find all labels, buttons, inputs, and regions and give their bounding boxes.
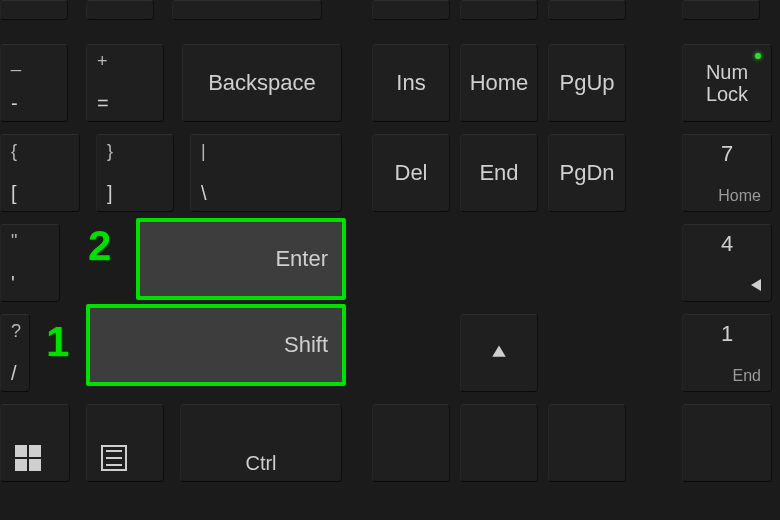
bottom-key-3[interactable] — [548, 404, 626, 482]
keyboard-surface: _ - + = Backspace Ins Home PgUp Num Lock… — [0, 0, 780, 520]
minus-lower: - — [11, 92, 18, 115]
end-label: End — [479, 160, 518, 186]
key-fn-frag-7[interactable] — [682, 0, 760, 20]
quote-key[interactable]: " ' — [0, 224, 60, 302]
numpad-4-sub-icon — [751, 277, 761, 295]
windows-logo-icon — [15, 445, 41, 471]
windows-key[interactable] — [0, 404, 70, 482]
numpad-1-key[interactable]: 1 End — [682, 314, 772, 392]
numpad-7-key[interactable]: 7 Home — [682, 134, 772, 212]
bottom-key-2[interactable] — [460, 404, 538, 482]
lbracket-lower: [ — [11, 182, 17, 205]
equals-upper: + — [97, 51, 108, 72]
minus-upper: _ — [11, 51, 21, 72]
numpad-1-sub: End — [733, 367, 761, 385]
arrow-up-icon — [490, 340, 508, 366]
bottom-key-1[interactable] — [372, 404, 450, 482]
annotation-enter-number: 2 — [88, 222, 111, 270]
backspace-key[interactable]: Backspace — [182, 44, 342, 122]
slash-lower: / — [11, 362, 17, 385]
numpad-7-label: 7 — [721, 141, 733, 167]
rbracket-lower: ] — [107, 182, 113, 205]
menu-key[interactable] — [86, 404, 164, 482]
key-fn-frag-3[interactable] — [172, 0, 322, 20]
pgdn-label: PgDn — [559, 160, 614, 186]
slash-upper: ? — [11, 321, 21, 342]
enter-label: Enter — [275, 246, 328, 272]
ctrl-label: Ctrl — [245, 452, 276, 475]
home-label: Home — [470, 70, 529, 96]
ins-label: Ins — [396, 70, 425, 96]
del-label: Del — [394, 160, 427, 186]
lbracket-upper: { — [11, 141, 17, 162]
pgup-label: PgUp — [559, 70, 614, 96]
rbracket-upper: } — [107, 141, 113, 162]
ins-key[interactable]: Ins — [372, 44, 450, 122]
backslash-lower: \ — [201, 182, 207, 205]
home-key[interactable]: Home — [460, 44, 538, 122]
quote-upper: " — [11, 231, 17, 252]
quote-lower: ' — [11, 272, 15, 295]
numpad-4-key[interactable]: 4 — [682, 224, 772, 302]
shift-key[interactable]: Shift — [86, 304, 346, 386]
arrow-up-key[interactable] — [460, 314, 538, 392]
pgup-key[interactable]: PgUp — [548, 44, 626, 122]
lbracket-key[interactable]: { [ — [0, 134, 80, 212]
backspace-label: Backspace — [208, 70, 316, 96]
annotation-shift-number: 1 — [46, 318, 69, 366]
svg-marker-0 — [492, 345, 506, 356]
key-fn-frag-4[interactable] — [372, 0, 450, 20]
key-fn-frag-6[interactable] — [548, 0, 626, 20]
backslash-key[interactable]: | \ — [190, 134, 342, 212]
shift-label: Shift — [284, 332, 328, 358]
key-fn-frag-2[interactable] — [86, 0, 154, 20]
numlock-led-icon — [755, 53, 761, 59]
numlock-key[interactable]: Num Lock — [682, 44, 772, 122]
equals-lower: = — [97, 92, 109, 115]
end-key[interactable]: End — [460, 134, 538, 212]
numlock-line2: Lock — [706, 83, 748, 105]
rbracket-key[interactable]: } ] — [96, 134, 174, 212]
backslash-upper: | — [201, 141, 206, 162]
equals-key[interactable]: + = — [86, 44, 164, 122]
numpad-7-sub: Home — [718, 187, 761, 205]
minus-key[interactable]: _ - — [0, 44, 68, 122]
del-key[interactable]: Del — [372, 134, 450, 212]
ctrl-key[interactable]: Ctrl — [180, 404, 342, 482]
numpad-4-label: 4 — [721, 231, 733, 257]
bottom-key-4[interactable] — [682, 404, 772, 482]
menu-icon — [101, 445, 127, 471]
pgdn-key[interactable]: PgDn — [548, 134, 626, 212]
key-fn-frag-1[interactable] — [0, 0, 68, 20]
slash-key[interactable]: ? / — [0, 314, 30, 392]
key-fn-frag-5[interactable] — [460, 0, 538, 20]
enter-key[interactable]: Enter — [136, 218, 346, 300]
numlock-line1: Num — [706, 61, 748, 83]
numpad-1-label: 1 — [721, 321, 733, 347]
